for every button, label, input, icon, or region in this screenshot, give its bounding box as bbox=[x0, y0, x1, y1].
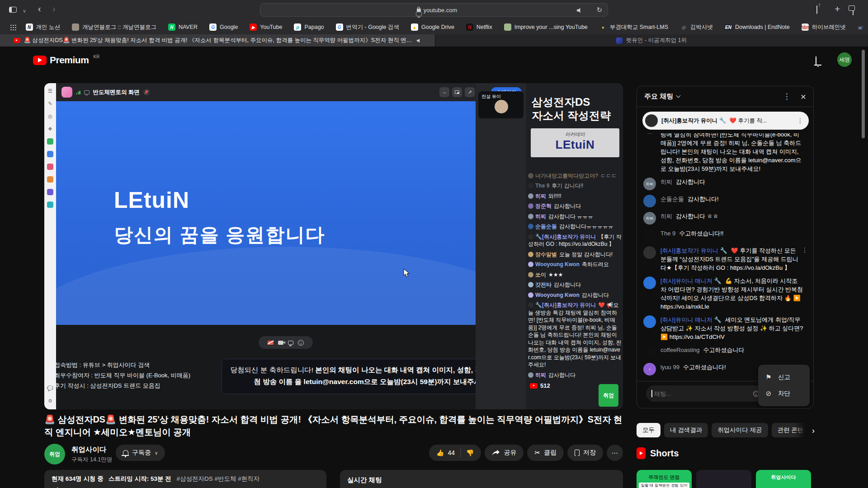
minimize-window-icon[interactable]: – bbox=[439, 87, 449, 97]
share-icon[interactable] bbox=[816, 6, 817, 14]
overlay-chat-username: 히찌 bbox=[535, 372, 546, 378]
app-menu-icon[interactable]: ☰ bbox=[47, 88, 53, 94]
filter-chip[interactable]: 취업사이다 제공 bbox=[712, 423, 768, 437]
channel-watermark[interactable]: 취업 bbox=[599, 384, 618, 407]
page-settings-icon[interactable] bbox=[416, 12, 422, 16]
app-icon-pink[interactable] bbox=[47, 164, 53, 170]
app-icon-orange[interactable] bbox=[47, 176, 53, 183]
apps-grid-icon[interactable] bbox=[10, 25, 12, 26]
back-button[interactable]: ‹ bbox=[38, 4, 41, 13]
notifications-button[interactable] bbox=[816, 57, 816, 65]
tab-active[interactable]: 🚨 삼성전자DS🚨 변화된 25'상 채용맞춤! 자소서 합격 비법 공개! 《… bbox=[0, 34, 435, 47]
bookmarks-overflow-icon[interactable]: » bbox=[858, 23, 862, 31]
bookmark-item[interactable]: N 개인 노션 bbox=[26, 23, 60, 31]
pip-window-icon[interactable] bbox=[452, 87, 462, 97]
app-icon-blue[interactable] bbox=[47, 151, 53, 157]
camera-off-icon[interactable] bbox=[268, 341, 274, 345]
filter-chip[interactable]: 모두 bbox=[637, 423, 660, 437]
sidebar-toggle-icon[interactable] bbox=[9, 7, 17, 13]
tab-overview-icon[interactable] bbox=[853, 7, 854, 15]
app-icon-teal[interactable] bbox=[47, 202, 53, 208]
chat-message[interactable]: [취사]유이니 매니저 🔧💪 자소서, 처음이라 시작조차 어렵다면? 경험기반… bbox=[643, 277, 808, 311]
chat-message[interactable]: coffeeRoasting수고하셨습니다 bbox=[643, 346, 808, 358]
context-menu-item[interactable]: ⊘ 차단 bbox=[758, 387, 810, 400]
forward-button[interactable]: › bbox=[52, 4, 56, 13]
shorts-card[interactable] bbox=[696, 470, 751, 488]
bookmark-item[interactable]: ▶ YouTube bbox=[250, 23, 282, 31]
chevron-down-icon[interactable] bbox=[676, 94, 681, 98]
camera-icon[interactable] bbox=[278, 341, 283, 345]
edit-icon[interactable]: ✎ bbox=[47, 100, 53, 107]
participant-tile[interactable]: 전설 유이 bbox=[478, 91, 524, 118]
overlay-chat-text: 감사합니다 bbox=[554, 203, 581, 209]
address-bar[interactable]: youtube.com ↻ bbox=[260, 3, 608, 17]
chat-message[interactable]: [취사]홍보작가 유이니 🔧❤️ 📢 오늘 생방송 특강 채팅에 열심히 참여하… bbox=[643, 133, 808, 173]
message-menu-icon[interactable]: ⋮ bbox=[802, 246, 808, 253]
chat-message[interactable]: [취사]홍보작가 유이니 🔧❤️ 후기를 작성하신 모든 분들께 “삼성전자DS… bbox=[643, 246, 808, 272]
bookmark-item[interactable]: p Papago bbox=[294, 23, 324, 31]
save-button[interactable]: 저장 bbox=[567, 445, 603, 461]
chevron-down-icon[interactable]: ∨ bbox=[23, 6, 26, 15]
reactions-icon[interactable] bbox=[298, 340, 304, 346]
apps-icon[interactable]: ❖ bbox=[47, 126, 53, 132]
bookmark-item[interactable]: EN Downloads | EndNote bbox=[725, 23, 790, 31]
new-tab-icon[interactable]: + bbox=[835, 4, 840, 14]
tab-audio-icon[interactable] bbox=[577, 8, 582, 13]
bookmark-item[interactable]: G 번역기 - Google 검색 bbox=[336, 23, 399, 31]
screen-share-icon[interactable] bbox=[288, 341, 293, 345]
youtube-premium-logo[interactable]: Premium KR bbox=[33, 55, 99, 66]
chat-message[interactable]: 순돌순돌감사합니다! bbox=[643, 195, 808, 207]
dislike-icon[interactable]: 👎 bbox=[466, 449, 474, 456]
chat-input[interactable] bbox=[653, 390, 753, 398]
bookmark-item[interactable]: Improve your ...sing YouTube bbox=[504, 23, 588, 31]
bookmark-item[interactable]: hbn 하이브레인넷 bbox=[802, 23, 846, 31]
more-actions-button[interactable]: ⋯ bbox=[607, 445, 623, 461]
account-avatar[interactable]: 세영 bbox=[837, 52, 852, 67]
avatar bbox=[528, 173, 533, 178]
video-player[interactable]: ☰ ✎ ◎ ❖ 💬 ⚙ 반도체멘토의 화면 – ↗ LEtuiN 당신의 꿈을 bbox=[44, 83, 623, 409]
share-button[interactable]: 공유 bbox=[485, 445, 524, 461]
bookmark-item[interactable]: N NAVER bbox=[168, 23, 198, 31]
clip-button[interactable]: ✂ 클립 bbox=[527, 445, 564, 461]
description-box[interactable]: 현재 634명 시청 중 스트리밍 시작: 53분 전 #삼성전자DS #반도체… bbox=[44, 470, 326, 488]
chat-input-row[interactable] bbox=[646, 385, 764, 402]
pinned-message[interactable]: [취사]홍보작가 유이니 🔧 ❤️ 후기를 작... ⋮ bbox=[642, 112, 809, 130]
pinned-menu-icon[interactable]: ⋮ bbox=[797, 117, 803, 124]
close-chat-icon[interactable]: × bbox=[801, 91, 806, 102]
app-icon-purple[interactable] bbox=[47, 189, 53, 195]
bookmark-item[interactable]: ▲ Google Drive bbox=[411, 23, 454, 31]
like-icon[interactable]: 👍 bbox=[436, 449, 444, 456]
channel-avatar[interactable]: 취업 bbox=[44, 444, 65, 465]
tab-audio-icon[interactable] bbox=[416, 38, 421, 42]
channel-name[interactable]: 취업사이다 bbox=[71, 445, 112, 455]
reload-icon[interactable]: ↻ bbox=[596, 6, 602, 14]
app-icon-green[interactable] bbox=[47, 138, 53, 145]
filter-chip[interactable]: 내 검색결과 bbox=[664, 423, 708, 437]
bookmark-item[interactable]: N Netflix bbox=[466, 23, 492, 31]
pin-icon[interactable]: ◎ bbox=[47, 113, 53, 119]
page-scrollbar[interactable] bbox=[862, 50, 865, 138]
hashtags[interactable]: #삼성전자DS #반도체 #현직자 bbox=[177, 475, 260, 482]
shorts-card[interactable]: 취업사이다 bbox=[756, 470, 811, 488]
bookmark-item[interactable]: ◎ 김박사넷 bbox=[680, 23, 713, 31]
gear-icon[interactable]: ⚙ bbox=[47, 398, 53, 404]
share-icon bbox=[492, 450, 500, 456]
like-dislike-buttons[interactable]: 👍 44 👎 bbox=[429, 445, 481, 461]
chat-message[interactable]: [취사]유이니 매니저 🔧세미오 멘토님에게 취업/직무 상담받고 ✨ 자소서 … bbox=[643, 315, 808, 341]
chat-menu-icon[interactable]: ⋮ bbox=[783, 92, 791, 101]
chat-message[interactable]: 히찌 히찌감사합니다 ㅎㅎ bbox=[643, 212, 808, 225]
expand-window-icon[interactable]: ↗ bbox=[465, 87, 475, 97]
context-menu-item[interactable]: ⚑ 신고 bbox=[758, 371, 810, 384]
tab-inactive[interactable]: 렛유인 - 이공계취업 1위 bbox=[435, 34, 868, 47]
bookmark-item[interactable]: 개날연블로그 :: 개날연블로그 bbox=[72, 23, 156, 31]
chips-scroll-right[interactable]: › bbox=[794, 423, 815, 438]
url-text[interactable]: youtube.com bbox=[424, 7, 457, 14]
live-chat-replay-box[interactable]: 실시간 채팅 bbox=[340, 470, 623, 488]
bookmark-item[interactable]: ● 부경대학교 Smart-LMS bbox=[599, 23, 668, 31]
shorts-card[interactable]: 주객전도 면접 일할 때 질책받은 경험 있어요? bbox=[637, 470, 692, 488]
chat-title[interactable]: 주요 채팅 bbox=[644, 92, 673, 101]
bookmark-item[interactable]: G Google bbox=[209, 23, 238, 31]
chat-message[interactable]: The 9수고하셨습니다!! bbox=[643, 229, 808, 242]
subscribed-button[interactable]: 구독중 ∨ bbox=[116, 445, 165, 461]
chat-message[interactable]: 히찌 히찌감사합니다 bbox=[643, 178, 808, 190]
